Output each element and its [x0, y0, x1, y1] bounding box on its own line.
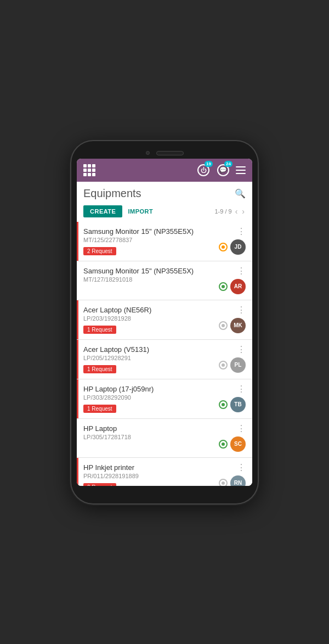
item-title: Samsung Monitor 15" (NP355E5X) [83, 267, 211, 275]
power-badge-count: 19 [205, 161, 213, 167]
item-title: HP Inkjet printer [83, 463, 211, 472]
top-bar: ⏻ 19 💬 24 [77, 159, 252, 182]
equipment-list: Samsung Monitor 15" (NP355E5X) MT/125/22… [77, 222, 252, 486]
status-indicator [219, 400, 228, 409]
request-badge: 1 Request [83, 405, 116, 413]
chat-badge-count: 24 [224, 161, 232, 167]
list-item-actions: ⋮ JD [215, 227, 246, 255]
camera-dot [146, 151, 150, 155]
item-title: Acer Laptop (NE56R) [83, 306, 211, 314]
status-indicator [219, 243, 228, 251]
status-indicator [219, 321, 228, 330]
status-indicator [219, 440, 228, 449]
prev-page-button[interactable]: ‹ [234, 207, 239, 216]
top-bar-right: ⏻ 19 💬 24 [196, 163, 246, 177]
item-title: HP Laptop (17-j059nr) [83, 385, 211, 393]
item-title: Samsung Monitor 15" (NP355E5X) [83, 227, 211, 236]
avatar: PL [230, 357, 246, 373]
item-title: Acer Laptop (V5131) [83, 345, 211, 354]
list-item-actions: ⋮ PL [215, 345, 246, 373]
more-options-button[interactable]: ⋮ [237, 267, 246, 276]
list-item-content: Acer Laptop (V5131) LP/205/12928291 1 Re… [83, 345, 211, 373]
item-subtitle: MT/127/18291018 [83, 276, 211, 283]
avatar: AR [230, 279, 246, 294]
item-subtitle: LP/305/17281718 [83, 434, 211, 440]
status-dot-inner [222, 443, 225, 446]
item-subtitle: LP/205/12928291 [83, 355, 211, 361]
avatar-row: PL [219, 357, 246, 373]
speaker-grille [156, 151, 184, 155]
list-item-actions: ⋮ MK [215, 306, 246, 333]
list-item-content: Acer Laptop (NE56R) LP/203/19281928 1 Re… [83, 306, 211, 334]
list-item[interactable]: Samsung Monitor 15" (NP355E5X) MT/125/22… [77, 222, 252, 261]
pagination-label: 1-9 / 9 [214, 208, 231, 215]
more-options-button[interactable]: ⋮ [237, 424, 246, 433]
avatar-row: RN [219, 475, 246, 486]
more-options-button[interactable]: ⋮ [237, 463, 246, 472]
list-item-content: HP Laptop (17-j059nr) LP/303/28292090 1 … [83, 385, 211, 413]
status-indicator [219, 282, 228, 291]
more-options-button[interactable]: ⋮ [237, 345, 246, 354]
page-header: Equipments 🔍 [77, 182, 252, 203]
more-options-button[interactable]: ⋮ [237, 227, 246, 236]
list-item[interactable]: HP Inkjet printer PR/011/2928191889 2 Re… [77, 458, 252, 486]
status-indicator [219, 479, 228, 486]
avatar-row: MK [219, 318, 246, 333]
avatar: SC [230, 436, 246, 452]
grid-icon[interactable] [83, 164, 95, 176]
avatar-row: TB [219, 397, 246, 412]
next-page-button[interactable]: › [241, 207, 246, 216]
list-item[interactable]: Acer Laptop (NE56R) LP/203/19281928 1 Re… [77, 300, 252, 340]
chat-badge-btn[interactable]: 💬 24 [216, 163, 230, 177]
content-area: Equipments 🔍 CREATE IMPORT 1-9 / 9 ‹ › S… [77, 182, 252, 486]
list-item-content: Samsung Monitor 15" (NP355E5X) MT/127/18… [83, 267, 211, 285]
list-item-actions: ⋮ SC [215, 424, 246, 452]
phone-screen: ⏻ 19 💬 24 Equipments 🔍 [77, 159, 252, 486]
item-title: HP Laptop [83, 424, 211, 433]
avatar: TB [230, 397, 246, 412]
item-subtitle: LP/303/28292090 [83, 394, 211, 401]
avatar-row: AR [219, 279, 246, 294]
request-badge: 1 Request [83, 365, 116, 373]
action-bar: CREATE IMPORT 1-9 / 9 ‹ › [77, 203, 252, 222]
status-dot-inner [222, 403, 225, 406]
list-item[interactable]: Acer Laptop (V5131) LP/205/12928291 1 Re… [77, 340, 252, 379]
request-badge: 2 Request [83, 247, 116, 255]
avatar-row: JD [219, 239, 246, 255]
list-item[interactable]: HP Laptop LP/305/17281718 ⋮ SC [77, 419, 252, 458]
avatar-row: SC [219, 436, 246, 452]
item-subtitle: MT/125/22778837 [83, 237, 211, 243]
status-indicator [219, 361, 228, 369]
status-dot-inner [222, 324, 225, 327]
request-badge: 1 Request [83, 326, 116, 334]
item-subtitle: PR/011/2928191889 [83, 473, 211, 479]
item-subtitle: LP/203/19281928 [83, 315, 211, 322]
list-item[interactable]: HP Laptop (17-j059nr) LP/303/28292090 1 … [77, 379, 252, 419]
status-dot-inner [222, 481, 225, 485]
create-button[interactable]: CREATE [83, 205, 122, 217]
avatar: RN [230, 475, 246, 486]
phone-top-bar [77, 151, 252, 155]
list-item[interactable]: Samsung Monitor 15" (NP355E5X) MT/127/18… [77, 261, 252, 300]
status-dot-inner [222, 285, 225, 288]
list-item-actions: ⋮ AR [215, 267, 246, 294]
pagination: 1-9 / 9 ‹ › [214, 207, 246, 216]
action-bar-left: CREATE IMPORT [83, 205, 153, 217]
phone-shell: ⏻ 19 💬 24 Equipments 🔍 [71, 141, 258, 503]
menu-button[interactable] [236, 166, 246, 174]
avatar: JD [230, 239, 246, 255]
list-item-actions: ⋮ RN [215, 463, 246, 486]
more-options-button[interactable]: ⋮ [237, 385, 246, 394]
status-dot-inner [222, 363, 225, 367]
list-item-actions: ⋮ TB [215, 385, 246, 412]
page-title: Equipments [83, 187, 141, 200]
request-badge: 2 Request [83, 483, 116, 486]
list-item-content: HP Laptop LP/305/17281718 [83, 424, 211, 443]
search-button[interactable]: 🔍 [235, 188, 246, 199]
list-item-content: Samsung Monitor 15" (NP355E5X) MT/125/22… [83, 227, 211, 255]
import-button[interactable]: IMPORT [128, 208, 153, 215]
power-badge-btn[interactable]: ⏻ 19 [196, 163, 211, 177]
more-options-button[interactable]: ⋮ [237, 306, 246, 315]
list-item-content: HP Inkjet printer PR/011/2928191889 2 Re… [83, 463, 211, 486]
status-dot-inner [222, 245, 225, 249]
